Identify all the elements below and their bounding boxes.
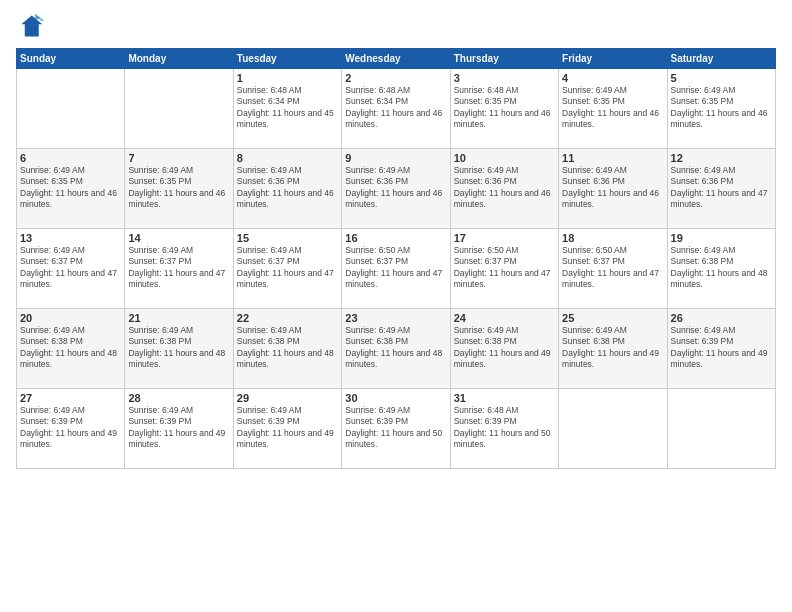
day-number: 24 [454, 312, 555, 324]
day-info: Sunrise: 6:49 AM Sunset: 6:36 PM Dayligh… [237, 165, 338, 211]
day-number: 17 [454, 232, 555, 244]
week-row-3: 13Sunrise: 6:49 AM Sunset: 6:37 PM Dayli… [17, 229, 776, 309]
day-number: 31 [454, 392, 555, 404]
calendar-cell [559, 389, 667, 469]
day-number: 29 [237, 392, 338, 404]
calendar-cell: 20Sunrise: 6:49 AM Sunset: 6:38 PM Dayli… [17, 309, 125, 389]
day-number: 19 [671, 232, 772, 244]
day-info: Sunrise: 6:50 AM Sunset: 6:37 PM Dayligh… [454, 245, 555, 291]
day-number: 23 [345, 312, 446, 324]
calendar-cell: 7Sunrise: 6:49 AM Sunset: 6:35 PM Daylig… [125, 149, 233, 229]
header-day-sunday: Sunday [17, 49, 125, 69]
day-number: 11 [562, 152, 663, 164]
day-info: Sunrise: 6:49 AM Sunset: 6:38 PM Dayligh… [345, 325, 446, 371]
calendar-cell: 19Sunrise: 6:49 AM Sunset: 6:38 PM Dayli… [667, 229, 775, 309]
header [16, 12, 776, 40]
day-number: 26 [671, 312, 772, 324]
logo [16, 12, 48, 40]
calendar-cell: 15Sunrise: 6:49 AM Sunset: 6:37 PM Dayli… [233, 229, 341, 309]
calendar-cell: 21Sunrise: 6:49 AM Sunset: 6:38 PM Dayli… [125, 309, 233, 389]
day-info: Sunrise: 6:49 AM Sunset: 6:38 PM Dayligh… [671, 245, 772, 291]
calendar-cell: 17Sunrise: 6:50 AM Sunset: 6:37 PM Dayli… [450, 229, 558, 309]
logo-icon [16, 12, 44, 40]
day-info: Sunrise: 6:48 AM Sunset: 6:35 PM Dayligh… [454, 85, 555, 131]
calendar-cell: 5Sunrise: 6:49 AM Sunset: 6:35 PM Daylig… [667, 69, 775, 149]
day-info: Sunrise: 6:49 AM Sunset: 6:35 PM Dayligh… [562, 85, 663, 131]
day-number: 13 [20, 232, 121, 244]
week-row-4: 20Sunrise: 6:49 AM Sunset: 6:38 PM Dayli… [17, 309, 776, 389]
day-number: 30 [345, 392, 446, 404]
day-number: 15 [237, 232, 338, 244]
day-number: 16 [345, 232, 446, 244]
day-number: 12 [671, 152, 772, 164]
calendar-cell [125, 69, 233, 149]
day-info: Sunrise: 6:49 AM Sunset: 6:39 PM Dayligh… [671, 325, 772, 371]
calendar-cell: 12Sunrise: 6:49 AM Sunset: 6:36 PM Dayli… [667, 149, 775, 229]
day-number: 28 [128, 392, 229, 404]
day-info: Sunrise: 6:48 AM Sunset: 6:39 PM Dayligh… [454, 405, 555, 451]
day-number: 22 [237, 312, 338, 324]
day-info: Sunrise: 6:49 AM Sunset: 6:39 PM Dayligh… [345, 405, 446, 451]
day-info: Sunrise: 6:49 AM Sunset: 6:38 PM Dayligh… [454, 325, 555, 371]
day-info: Sunrise: 6:49 AM Sunset: 6:35 PM Dayligh… [671, 85, 772, 131]
header-day-saturday: Saturday [667, 49, 775, 69]
week-row-5: 27Sunrise: 6:49 AM Sunset: 6:39 PM Dayli… [17, 389, 776, 469]
calendar-header: SundayMondayTuesdayWednesdayThursdayFrid… [17, 49, 776, 69]
day-info: Sunrise: 6:48 AM Sunset: 6:34 PM Dayligh… [237, 85, 338, 131]
calendar-cell: 9Sunrise: 6:49 AM Sunset: 6:36 PM Daylig… [342, 149, 450, 229]
day-number: 3 [454, 72, 555, 84]
header-day-thursday: Thursday [450, 49, 558, 69]
day-number: 14 [128, 232, 229, 244]
calendar-cell: 4Sunrise: 6:49 AM Sunset: 6:35 PM Daylig… [559, 69, 667, 149]
calendar-cell: 26Sunrise: 6:49 AM Sunset: 6:39 PM Dayli… [667, 309, 775, 389]
calendar-cell [667, 389, 775, 469]
calendar-cell: 8Sunrise: 6:49 AM Sunset: 6:36 PM Daylig… [233, 149, 341, 229]
day-info: Sunrise: 6:49 AM Sunset: 6:35 PM Dayligh… [20, 165, 121, 211]
day-info: Sunrise: 6:50 AM Sunset: 6:37 PM Dayligh… [345, 245, 446, 291]
header-row: SundayMondayTuesdayWednesdayThursdayFrid… [17, 49, 776, 69]
day-info: Sunrise: 6:49 AM Sunset: 6:38 PM Dayligh… [128, 325, 229, 371]
day-info: Sunrise: 6:49 AM Sunset: 6:38 PM Dayligh… [237, 325, 338, 371]
calendar-cell: 13Sunrise: 6:49 AM Sunset: 6:37 PM Dayli… [17, 229, 125, 309]
calendar-cell: 30Sunrise: 6:49 AM Sunset: 6:39 PM Dayli… [342, 389, 450, 469]
calendar-cell: 10Sunrise: 6:49 AM Sunset: 6:36 PM Dayli… [450, 149, 558, 229]
day-info: Sunrise: 6:49 AM Sunset: 6:37 PM Dayligh… [237, 245, 338, 291]
week-row-2: 6Sunrise: 6:49 AM Sunset: 6:35 PM Daylig… [17, 149, 776, 229]
day-number: 20 [20, 312, 121, 324]
calendar-body: 1Sunrise: 6:48 AM Sunset: 6:34 PM Daylig… [17, 69, 776, 469]
day-number: 8 [237, 152, 338, 164]
day-info: Sunrise: 6:49 AM Sunset: 6:39 PM Dayligh… [128, 405, 229, 451]
calendar-cell: 29Sunrise: 6:49 AM Sunset: 6:39 PM Dayli… [233, 389, 341, 469]
calendar-cell: 1Sunrise: 6:48 AM Sunset: 6:34 PM Daylig… [233, 69, 341, 149]
day-info: Sunrise: 6:49 AM Sunset: 6:37 PM Dayligh… [128, 245, 229, 291]
day-info: Sunrise: 6:49 AM Sunset: 6:39 PM Dayligh… [237, 405, 338, 451]
day-number: 27 [20, 392, 121, 404]
day-info: Sunrise: 6:49 AM Sunset: 6:36 PM Dayligh… [671, 165, 772, 211]
day-info: Sunrise: 6:49 AM Sunset: 6:35 PM Dayligh… [128, 165, 229, 211]
day-number: 2 [345, 72, 446, 84]
header-day-monday: Monday [125, 49, 233, 69]
day-number: 18 [562, 232, 663, 244]
calendar-cell: 3Sunrise: 6:48 AM Sunset: 6:35 PM Daylig… [450, 69, 558, 149]
day-info: Sunrise: 6:48 AM Sunset: 6:34 PM Dayligh… [345, 85, 446, 131]
week-row-1: 1Sunrise: 6:48 AM Sunset: 6:34 PM Daylig… [17, 69, 776, 149]
calendar-cell: 14Sunrise: 6:49 AM Sunset: 6:37 PM Dayli… [125, 229, 233, 309]
calendar-cell: 24Sunrise: 6:49 AM Sunset: 6:38 PM Dayli… [450, 309, 558, 389]
calendar-cell: 28Sunrise: 6:49 AM Sunset: 6:39 PM Dayli… [125, 389, 233, 469]
header-day-tuesday: Tuesday [233, 49, 341, 69]
header-day-friday: Friday [559, 49, 667, 69]
day-info: Sunrise: 6:49 AM Sunset: 6:38 PM Dayligh… [20, 325, 121, 371]
day-number: 4 [562, 72, 663, 84]
day-info: Sunrise: 6:49 AM Sunset: 6:36 PM Dayligh… [562, 165, 663, 211]
day-info: Sunrise: 6:49 AM Sunset: 6:36 PM Dayligh… [454, 165, 555, 211]
day-number: 5 [671, 72, 772, 84]
calendar-cell: 25Sunrise: 6:49 AM Sunset: 6:38 PM Dayli… [559, 309, 667, 389]
calendar-cell: 22Sunrise: 6:49 AM Sunset: 6:38 PM Dayli… [233, 309, 341, 389]
day-info: Sunrise: 6:49 AM Sunset: 6:36 PM Dayligh… [345, 165, 446, 211]
page: SundayMondayTuesdayWednesdayThursdayFrid… [0, 0, 792, 612]
day-info: Sunrise: 6:49 AM Sunset: 6:39 PM Dayligh… [20, 405, 121, 451]
calendar-cell: 6Sunrise: 6:49 AM Sunset: 6:35 PM Daylig… [17, 149, 125, 229]
day-info: Sunrise: 6:49 AM Sunset: 6:38 PM Dayligh… [562, 325, 663, 371]
calendar-cell [17, 69, 125, 149]
day-number: 6 [20, 152, 121, 164]
